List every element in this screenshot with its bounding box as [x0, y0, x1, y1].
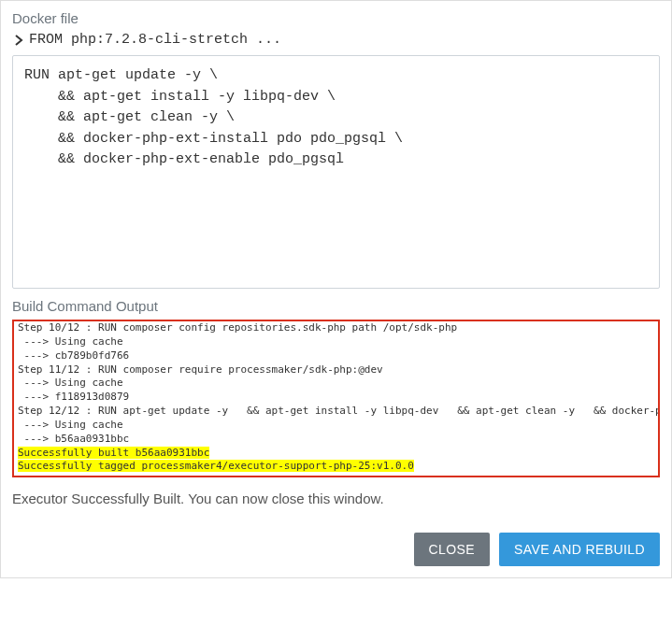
dockerfile-label: Docker file: [12, 10, 660, 26]
from-line-text: FROM php:7.2.8-cli-stretch ...: [29, 32, 281, 48]
build-output-frame: Step 10/12 : RUN composer config reposit…: [12, 320, 660, 477]
log-line: ---> cb789b0fd766: [18, 349, 129, 362]
chevron-right-icon: [14, 34, 23, 47]
log-line: ---> Using cache: [18, 419, 123, 431]
log-line: ---> f118913d0879: [18, 391, 129, 403]
executor-dialog: Docker file FROM php:7.2.8-cli-stretch .…: [0, 0, 672, 578]
build-output-log[interactable]: Step 10/12 : RUN composer config reposit…: [14, 321, 658, 476]
log-line: ---> b56aa0931bbc: [18, 433, 129, 445]
log-line: Step 11/12 : RUN composer require proces…: [18, 363, 383, 376]
log-line: ---> Using cache: [18, 335, 123, 348]
log-line: Successfully tagged processmaker4/execut…: [18, 460, 414, 472]
dockerfile-from-toggle[interactable]: FROM php:7.2.8-cli-stretch ...: [12, 32, 660, 48]
close-button[interactable]: CLOSE: [414, 533, 490, 566]
log-line: Successfully built b56aa0931bbc: [18, 447, 209, 459]
log-line: ---> Using cache: [18, 377, 123, 389]
build-output-label: Build Command Output: [12, 298, 660, 314]
dockerfile-body-textarea[interactable]: RUN apt-get update -y \ && apt-get insta…: [12, 55, 660, 289]
dialog-buttons: CLOSE SAVE AND REBUILD: [12, 533, 660, 566]
log-line: Step 12/12 : RUN apt-get update -y && ap…: [18, 405, 658, 417]
build-status-text: Executor Successfully Built. You can now…: [12, 491, 660, 506]
save-rebuild-button[interactable]: SAVE AND REBUILD: [499, 533, 660, 566]
log-line: Step 10/12 : RUN composer config reposit…: [18, 321, 457, 334]
